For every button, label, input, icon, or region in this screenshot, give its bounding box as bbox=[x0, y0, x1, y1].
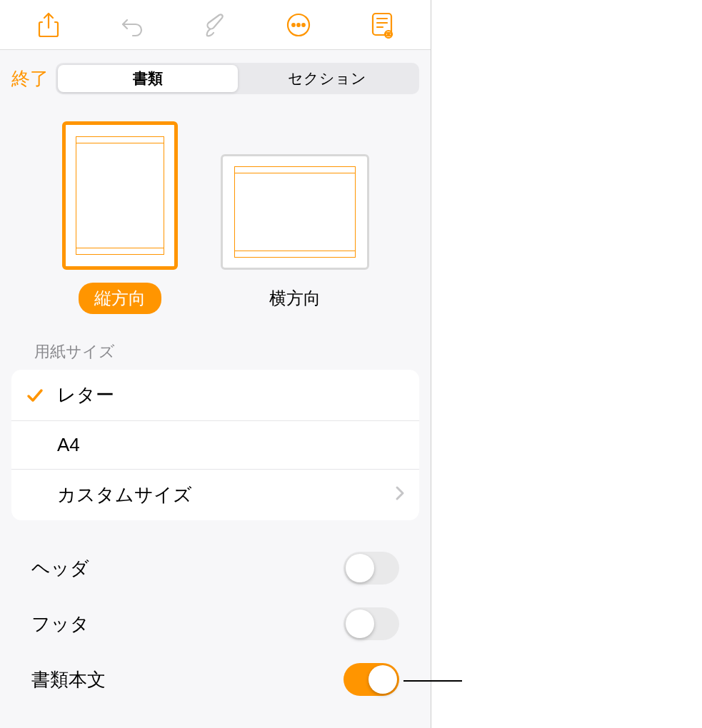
chevron-right-icon bbox=[395, 485, 405, 505]
callout-line bbox=[403, 680, 462, 682]
tab-document[interactable]: 書類 bbox=[58, 65, 238, 92]
more-icon bbox=[286, 13, 311, 37]
body-toggle-label: 書類本文 bbox=[31, 667, 106, 692]
orientation-portrait[interactable]: 縦方向 bbox=[62, 121, 178, 314]
share-button[interactable] bbox=[32, 9, 65, 41]
done-button[interactable]: 終了 bbox=[11, 66, 49, 91]
paper-size-label: レター bbox=[57, 383, 405, 408]
svg-point-1 bbox=[292, 24, 295, 26]
paper-size-letter[interactable]: レター bbox=[11, 370, 419, 421]
reader-button[interactable] bbox=[366, 9, 398, 41]
footer-toggle[interactable] bbox=[344, 607, 399, 640]
body-toggle-row: 書類本文 bbox=[11, 652, 419, 707]
reader-icon bbox=[370, 11, 394, 39]
paper-size-header: 用紙サイズ bbox=[0, 335, 431, 370]
paper-size-list: レター A4 カスタムサイズ bbox=[11, 370, 419, 520]
undo-button[interactable] bbox=[116, 9, 149, 41]
share-icon bbox=[38, 12, 59, 38]
brush-icon bbox=[204, 12, 226, 38]
body-toggle[interactable] bbox=[344, 663, 399, 696]
orientation-landscape[interactable]: 横方向 bbox=[221, 121, 369, 314]
toolbar bbox=[0, 0, 431, 50]
paper-size-label: カスタムサイズ bbox=[57, 482, 395, 507]
landscape-preview bbox=[221, 154, 369, 270]
tab-segmented-control: 書類 セクション bbox=[56, 63, 419, 94]
format-button[interactable] bbox=[199, 9, 231, 41]
svg-point-2 bbox=[297, 24, 300, 26]
portrait-label: 縦方向 bbox=[79, 283, 161, 314]
orientation-selector: 縦方向 横方向 bbox=[0, 107, 431, 335]
header-toggle-row: ヘッダ bbox=[11, 540, 419, 596]
landscape-label: 横方向 bbox=[254, 283, 336, 314]
footer-toggle-row: フッタ bbox=[11, 596, 419, 652]
paper-size-custom[interactable]: カスタムサイズ bbox=[11, 470, 419, 520]
footer-toggle-label: フッタ bbox=[31, 612, 89, 637]
header-toggle[interactable] bbox=[344, 552, 399, 585]
checkmark-icon bbox=[26, 386, 44, 405]
tab-section[interactable]: セクション bbox=[238, 65, 418, 92]
portrait-preview bbox=[62, 121, 178, 270]
paper-size-a4[interactable]: A4 bbox=[11, 421, 419, 470]
document-settings-panel: 終了 書類 セクション 縦方向 横方向 bbox=[0, 0, 431, 728]
header-row: 終了 書類 セクション bbox=[0, 50, 431, 107]
undo-icon bbox=[120, 13, 144, 37]
header-toggle-label: ヘッダ bbox=[31, 556, 89, 581]
paper-size-label: A4 bbox=[57, 434, 405, 456]
more-button[interactable] bbox=[282, 9, 315, 41]
toggle-section: ヘッダ フッタ 書類本文 bbox=[0, 540, 431, 707]
svg-point-3 bbox=[302, 24, 305, 26]
